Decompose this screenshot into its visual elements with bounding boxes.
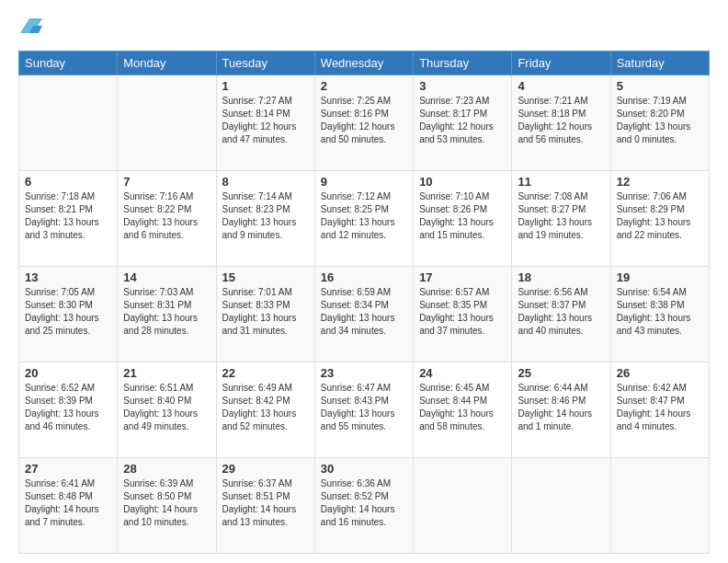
day-info: Sunrise: 7:14 AMSunset: 8:23 PMDaylight:… — [222, 191, 297, 240]
day-number: 22 — [222, 366, 309, 380]
calendar-cell: 2 Sunrise: 7:25 AMSunset: 8:16 PMDayligh… — [314, 75, 413, 170]
calendar-cell: 23 Sunrise: 6:47 AMSunset: 8:43 PMDaylig… — [314, 362, 413, 457]
calendar-cell: 27 Sunrise: 6:41 AMSunset: 8:48 PMDaylig… — [19, 457, 118, 553]
col-wednesday: Wednesday — [314, 51, 413, 75]
calendar-week-1: 1 Sunrise: 7:27 AMSunset: 8:14 PMDayligh… — [19, 75, 710, 170]
day-number: 19 — [617, 270, 703, 284]
calendar-cell: 10 Sunrise: 7:10 AMSunset: 8:26 PMDaylig… — [414, 170, 512, 266]
page: Sunday Monday Tuesday Wednesday Thursday… — [0, 0, 728, 563]
day-info: Sunrise: 6:45 AMSunset: 8:44 PMDaylight:… — [419, 383, 494, 431]
day-info: Sunrise: 7:10 AMSunset: 8:26 PMDaylight:… — [419, 191, 494, 240]
calendar-cell: 9 Sunrise: 7:12 AMSunset: 8:25 PMDayligh… — [314, 170, 413, 266]
day-info: Sunrise: 6:41 AMSunset: 8:48 PMDaylight:… — [25, 478, 99, 527]
day-info: Sunrise: 6:49 AMSunset: 8:42 PMDaylight:… — [222, 383, 297, 431]
day-number: 10 — [419, 175, 506, 189]
calendar-week-2: 6 Sunrise: 7:18 AMSunset: 8:21 PMDayligh… — [19, 170, 710, 266]
day-number: 18 — [518, 270, 604, 284]
day-info: Sunrise: 6:59 AMSunset: 8:34 PMDaylight:… — [321, 287, 395, 336]
day-number: 17 — [419, 270, 506, 284]
day-number: 7 — [123, 175, 210, 189]
calendar-body: 1 Sunrise: 7:27 AMSunset: 8:14 PMDayligh… — [19, 75, 710, 553]
calendar-cell: 18 Sunrise: 6:56 AMSunset: 8:37 PMDaylig… — [512, 266, 610, 362]
col-friday: Friday — [512, 51, 610, 75]
calendar-cell: 1 Sunrise: 7:27 AMSunset: 8:14 PMDayligh… — [216, 75, 314, 170]
calendar-cell: 15 Sunrise: 7:01 AMSunset: 8:33 PMDaylig… — [216, 266, 314, 362]
day-info: Sunrise: 7:03 AMSunset: 8:31 PMDaylight:… — [123, 287, 198, 336]
calendar-cell: 11 Sunrise: 7:08 AMSunset: 8:27 PMDaylig… — [512, 170, 610, 266]
day-number: 12 — [617, 175, 703, 189]
day-info: Sunrise: 7:12 AMSunset: 8:25 PMDaylight:… — [321, 191, 395, 240]
day-number: 27 — [25, 462, 111, 476]
day-info: Sunrise: 7:27 AMSunset: 8:14 PMDaylight:… — [222, 96, 297, 144]
day-info: Sunrise: 6:39 AMSunset: 8:50 PMDaylight:… — [123, 478, 198, 527]
logo-icon — [20, 15, 42, 37]
logo — [18, 15, 42, 41]
day-info: Sunrise: 6:42 AMSunset: 8:47 PMDaylight:… — [617, 383, 691, 431]
day-info: Sunrise: 7:01 AMSunset: 8:33 PMDaylight:… — [222, 287, 297, 336]
day-number: 2 — [321, 79, 407, 93]
calendar-header: Sunday Monday Tuesday Wednesday Thursday… — [19, 51, 710, 75]
day-number: 21 — [123, 366, 210, 380]
day-info: Sunrise: 6:56 AMSunset: 8:37 PMDaylight:… — [518, 287, 592, 336]
day-info: Sunrise: 7:05 AMSunset: 8:30 PMDaylight:… — [25, 287, 99, 336]
day-info: Sunrise: 6:37 AMSunset: 8:51 PMDaylight:… — [222, 478, 297, 527]
day-number: 11 — [518, 175, 604, 189]
day-number: 28 — [123, 462, 210, 476]
calendar-week-4: 20 Sunrise: 6:52 AMSunset: 8:39 PMDaylig… — [19, 362, 710, 457]
day-number: 24 — [419, 366, 506, 380]
header-row: Sunday Monday Tuesday Wednesday Thursday… — [19, 51, 710, 75]
day-info: Sunrise: 7:06 AMSunset: 8:29 PMDaylight:… — [617, 191, 691, 240]
calendar-cell: 21 Sunrise: 6:51 AMSunset: 8:40 PMDaylig… — [118, 362, 216, 457]
col-sunday: Sunday — [19, 51, 118, 75]
calendar-cell — [512, 457, 610, 553]
calendar-cell: 4 Sunrise: 7:21 AMSunset: 8:18 PMDayligh… — [512, 75, 610, 170]
calendar-cell: 20 Sunrise: 6:52 AMSunset: 8:39 PMDaylig… — [19, 362, 118, 457]
calendar-cell: 8 Sunrise: 7:14 AMSunset: 8:23 PMDayligh… — [216, 170, 314, 266]
day-info: Sunrise: 6:52 AMSunset: 8:39 PMDaylight:… — [25, 383, 99, 431]
calendar-cell: 24 Sunrise: 6:45 AMSunset: 8:44 PMDaylig… — [414, 362, 512, 457]
calendar-cell: 19 Sunrise: 6:54 AMSunset: 8:38 PMDaylig… — [610, 266, 709, 362]
calendar-cell: 16 Sunrise: 6:59 AMSunset: 8:34 PMDaylig… — [314, 266, 413, 362]
calendar-cell: 14 Sunrise: 7:03 AMSunset: 8:31 PMDaylig… — [118, 266, 216, 362]
day-info: Sunrise: 6:47 AMSunset: 8:43 PMDaylight:… — [321, 383, 395, 431]
calendar-cell: 22 Sunrise: 6:49 AMSunset: 8:42 PMDaylig… — [216, 362, 314, 457]
day-number: 16 — [321, 270, 407, 284]
calendar-cell: 17 Sunrise: 6:57 AMSunset: 8:35 PMDaylig… — [414, 266, 512, 362]
calendar-cell: 3 Sunrise: 7:23 AMSunset: 8:17 PMDayligh… — [414, 75, 512, 170]
calendar-cell — [414, 457, 512, 553]
day-number: 14 — [123, 270, 210, 284]
day-info: Sunrise: 7:25 AMSunset: 8:16 PMDaylight:… — [321, 96, 395, 144]
day-number: 23 — [321, 366, 407, 380]
calendar-cell: 28 Sunrise: 6:39 AMSunset: 8:50 PMDaylig… — [118, 457, 216, 553]
calendar-cell: 13 Sunrise: 7:05 AMSunset: 8:30 PMDaylig… — [19, 266, 118, 362]
day-number: 25 — [518, 366, 604, 380]
col-monday: Monday — [118, 51, 216, 75]
day-number: 9 — [321, 175, 407, 189]
day-info: Sunrise: 7:18 AMSunset: 8:21 PMDaylight:… — [25, 191, 99, 240]
calendar-cell: 26 Sunrise: 6:42 AMSunset: 8:47 PMDaylig… — [610, 362, 709, 457]
day-number: 4 — [518, 79, 604, 93]
calendar-cell — [610, 457, 709, 553]
day-info: Sunrise: 6:51 AMSunset: 8:40 PMDaylight:… — [123, 383, 198, 431]
col-saturday: Saturday — [610, 51, 709, 75]
day-number: 5 — [617, 79, 703, 93]
day-info: Sunrise: 6:54 AMSunset: 8:38 PMDaylight:… — [617, 287, 691, 336]
col-thursday: Thursday — [414, 51, 512, 75]
day-info: Sunrise: 6:57 AMSunset: 8:35 PMDaylight:… — [419, 287, 494, 336]
col-tuesday: Tuesday — [216, 51, 314, 75]
day-number: 30 — [321, 462, 407, 476]
calendar-week-5: 27 Sunrise: 6:41 AMSunset: 8:48 PMDaylig… — [19, 457, 710, 553]
calendar-table: Sunday Monday Tuesday Wednesday Thursday… — [18, 51, 710, 554]
day-number: 15 — [222, 270, 309, 284]
day-info: Sunrise: 7:21 AMSunset: 8:18 PMDaylight:… — [518, 96, 592, 144]
calendar-cell: 7 Sunrise: 7:16 AMSunset: 8:22 PMDayligh… — [118, 170, 216, 266]
calendar-cell — [19, 75, 118, 170]
calendar-week-3: 13 Sunrise: 7:05 AMSunset: 8:30 PMDaylig… — [19, 266, 710, 362]
calendar-cell: 6 Sunrise: 7:18 AMSunset: 8:21 PMDayligh… — [19, 170, 118, 266]
day-number: 8 — [222, 175, 309, 189]
calendar-cell: 12 Sunrise: 7:06 AMSunset: 8:29 PMDaylig… — [610, 170, 709, 266]
day-number: 1 — [222, 79, 309, 93]
calendar-cell: 29 Sunrise: 6:37 AMSunset: 8:51 PMDaylig… — [216, 457, 314, 553]
day-info: Sunrise: 7:23 AMSunset: 8:17 PMDaylight:… — [419, 96, 494, 144]
calendar-cell — [118, 75, 216, 170]
